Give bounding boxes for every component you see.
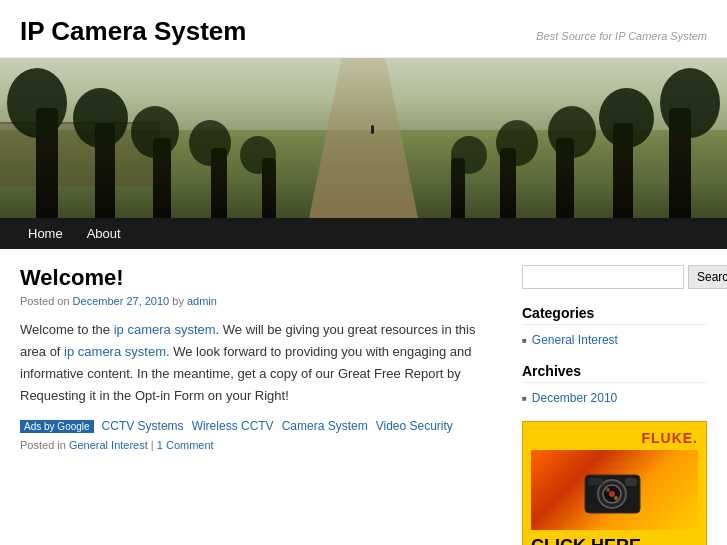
post-author-link[interactable]: admin [187,295,217,307]
archive-dec-2010[interactable]: December 2010 [532,391,617,405]
search-input[interactable] [522,265,684,289]
hero-image [0,58,727,218]
main-content: Welcome! Posted on December 27, 2010 by … [20,265,502,545]
post-footer: Posted in General Interest | 1 Comment [20,439,502,451]
svg-point-6 [609,491,615,497]
archives-title: Archives [522,363,707,383]
site-tagline: Best Source for IP Camera System [536,30,707,42]
fluke-advertisement[interactable]: FLUKE. [522,421,707,545]
navbar: Home About [0,218,727,249]
search-button[interactable]: Search [688,265,727,289]
link-ip-camera-1[interactable]: ip camera system [114,322,216,337]
post-category-link[interactable]: General Interest [69,439,148,451]
link-ip-camera-2[interactable]: ip camera system [64,344,166,359]
svg-rect-5 [588,478,603,485]
post-date-link[interactable]: December 27, 2010 [73,295,170,307]
site-title: IP Camera System [20,16,246,47]
svg-rect-4 [625,478,637,486]
categories-title: Categories [522,305,707,325]
categories-section: Categories General Interest [522,305,707,349]
ad-link-cctv-systems[interactable]: CCTV Systems [102,419,184,433]
svg-point-8 [614,496,618,500]
nav-home[interactable]: Home [16,218,75,249]
fluke-ad-image [531,450,698,530]
ad-link-camera-system[interactable]: Camera System [282,419,368,433]
category-item: General Interest [522,331,707,349]
archive-item: December 2010 [522,389,707,407]
ads-bar: Ads by Google CCTV Systems Wireless CCTV… [20,419,502,433]
fluke-logo: FLUKE. [531,430,698,446]
search-widget: Search [522,265,707,289]
ad-link-wireless-cctv[interactable]: Wireless CCTV [192,419,274,433]
archives-section: Archives December 2010 [522,363,707,407]
nav-about[interactable]: About [75,218,133,249]
category-general-interest[interactable]: General Interest [532,333,618,347]
post-meta: Posted on December 27, 2010 by admin [20,295,502,307]
ads-by-google-badge: Ads by Google [20,420,94,433]
ad-link-video-security[interactable]: Video Security [376,419,453,433]
fluke-ad-text: CLICK HERE FOR A FREE INTRODUCTION TO TH… [531,534,698,545]
post-content: Welcome to the ip camera system. We will… [20,319,502,407]
post-title: Welcome! [20,265,502,291]
sidebar: Search Categories General Interest Archi… [522,265,707,545]
svg-point-7 [606,488,610,492]
post-comments-link[interactable]: 1 Comment [157,439,214,451]
